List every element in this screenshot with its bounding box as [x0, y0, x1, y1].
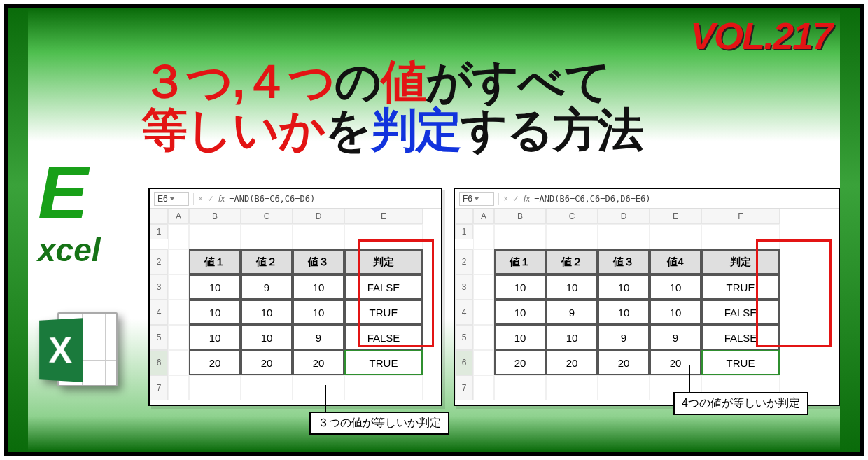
table-cell[interactable]: 10 [598, 274, 650, 300]
cell[interactable] [473, 274, 494, 300]
name-box[interactable]: E6 [154, 192, 189, 206]
col-header-a[interactable]: A [168, 209, 189, 224]
table-cell[interactable]: 20 [598, 350, 650, 375]
row-header[interactable]: 6 [150, 350, 168, 375]
row-header[interactable]: 5 [455, 325, 473, 350]
row-header[interactable]: 1 [455, 224, 473, 239]
table-cell[interactable]: 10 [293, 300, 344, 325]
table-cell[interactable]: 20 [546, 350, 598, 375]
cell[interactable] [494, 224, 546, 249]
table-cell[interactable]: 10 [546, 274, 598, 300]
table-cell[interactable]: 10 [494, 300, 546, 325]
cell[interactable] [168, 300, 189, 325]
table-cell[interactable]: 20 [494, 350, 546, 375]
cancel-icon[interactable]: × [503, 194, 508, 204]
table-cell[interactable]: 10 [241, 300, 293, 325]
table-cell[interactable]: 10 [650, 300, 701, 325]
table-header[interactable]: 値１ [189, 249, 241, 274]
enter-icon[interactable]: ✓ [207, 194, 214, 204]
cell[interactable] [598, 375, 650, 400]
cell[interactable] [168, 325, 189, 350]
cell[interactable] [650, 224, 701, 249]
row-header[interactable]: 3 [455, 274, 473, 300]
col-header-d[interactable]: D [293, 209, 344, 224]
row-header[interactable]: 2 [455, 249, 473, 274]
fx-icon[interactable]: fx [218, 194, 225, 204]
table-cell[interactable]: 10 [189, 325, 241, 350]
table-header[interactable]: 値２ [241, 249, 293, 274]
enter-icon[interactable]: ✓ [512, 194, 519, 204]
table-cell[interactable]: 9 [546, 300, 598, 325]
row-header[interactable]: 4 [150, 300, 168, 325]
table-cell[interactable]: 20 [189, 350, 241, 375]
row-header[interactable]: 7 [150, 375, 168, 400]
select-all[interactable] [455, 209, 473, 224]
fx-icon[interactable]: fx [524, 194, 530, 204]
cancel-icon[interactable]: × [198, 194, 203, 204]
table-header[interactable]: 値２ [546, 249, 598, 274]
select-all[interactable] [150, 209, 168, 224]
col-header-a[interactable]: A [473, 209, 494, 224]
table-header[interactable]: 値３ [293, 249, 344, 274]
row-header[interactable]: 2 [150, 249, 168, 274]
row-header[interactable]: 7 [455, 375, 473, 400]
table-header[interactable]: 値１ [494, 249, 546, 274]
col-header-f[interactable]: F [701, 209, 780, 224]
active-cell[interactable]: TRUE [701, 350, 780, 375]
row-header[interactable]: 6 [455, 350, 473, 375]
table-header[interactable]: 値4 [650, 249, 701, 274]
cell[interactable] [473, 249, 494, 274]
cell[interactable] [168, 375, 189, 400]
col-header-c[interactable]: C [241, 209, 293, 224]
table-cell[interactable]: 10 [494, 274, 546, 300]
row-header[interactable]: 4 [455, 300, 473, 325]
table-cell[interactable]: 10 [293, 274, 344, 300]
cell[interactable] [546, 224, 598, 249]
table-cell[interactable]: 9 [241, 274, 293, 300]
cell[interactable] [344, 375, 423, 400]
cell[interactable] [168, 274, 189, 300]
table-cell[interactable]: 10 [241, 325, 293, 350]
cell[interactable] [293, 224, 344, 249]
cell[interactable] [241, 224, 293, 249]
row-header[interactable]: 5 [150, 325, 168, 350]
table-cell[interactable]: 9 [650, 325, 701, 350]
col-header-b[interactable]: B [189, 209, 241, 224]
active-cell[interactable]: TRUE [344, 350, 423, 375]
table-cell[interactable]: 9 [598, 325, 650, 350]
cell[interactable] [473, 350, 494, 375]
table-header[interactable]: 値３ [598, 249, 650, 274]
table-cell[interactable]: 20 [650, 350, 701, 375]
col-header-e[interactable]: E [650, 209, 701, 224]
cell[interactable] [546, 375, 598, 400]
formula-text[interactable]: =AND(B6=C6,C6=D6) [229, 194, 315, 204]
table-cell[interactable]: 9 [293, 325, 344, 350]
row-header[interactable]: 3 [150, 274, 168, 300]
table-cell[interactable]: 10 [598, 300, 650, 325]
col-header-b[interactable]: B [494, 209, 546, 224]
table-cell[interactable]: 20 [241, 350, 293, 375]
cell[interactable] [473, 300, 494, 325]
table-cell[interactable]: 10 [546, 325, 598, 350]
table-cell[interactable]: 10 [189, 274, 241, 300]
cell[interactable] [168, 350, 189, 375]
cell[interactable] [598, 224, 650, 249]
cell[interactable] [494, 375, 546, 400]
row-header[interactable]: 1 [150, 224, 168, 239]
col-header-c[interactable]: C [546, 209, 598, 224]
cell[interactable] [473, 325, 494, 350]
table-cell[interactable]: 20 [293, 350, 344, 375]
cell[interactable] [473, 375, 494, 400]
formula-text[interactable]: =AND(B6=C6,C6=D6,D6=E6) [534, 194, 650, 204]
col-header-d[interactable]: D [598, 209, 650, 224]
col-header-e[interactable]: E [344, 209, 423, 224]
cell[interactable] [293, 375, 344, 400]
cell[interactable] [473, 224, 494, 249]
name-box[interactable]: F6 [459, 192, 494, 206]
cell[interactable] [241, 375, 293, 400]
cell[interactable] [168, 224, 189, 249]
table-cell[interactable]: 10 [494, 325, 546, 350]
cell[interactable] [189, 224, 241, 249]
cell[interactable] [168, 249, 189, 274]
table-cell[interactable]: 10 [650, 274, 701, 300]
